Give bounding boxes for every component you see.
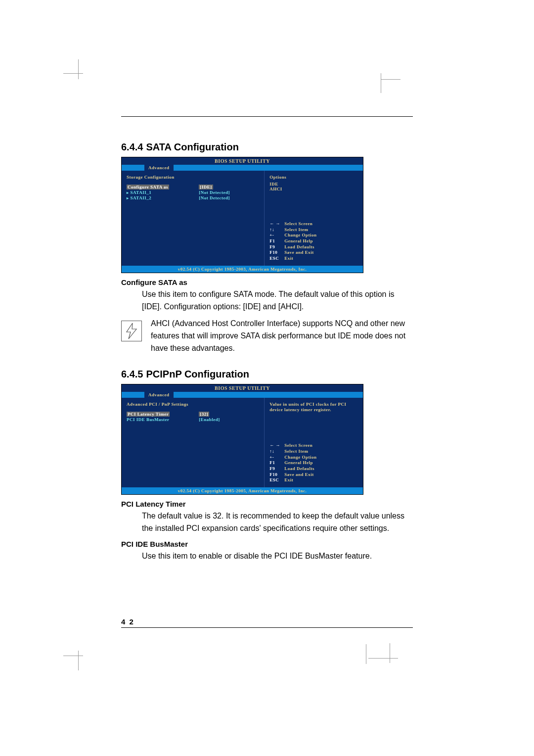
- row-value: [IDE]: [199, 185, 213, 189]
- help-desc: Select Screen: [284, 443, 358, 449]
- rule-bottom: [121, 627, 413, 628]
- row-value: [Not Detected]: [199, 190, 259, 195]
- heading-title: PCIPnP Configuration: [146, 369, 249, 379]
- help-desc: Exit: [284, 477, 358, 483]
- help-key: ESC: [269, 256, 284, 262]
- help-key: F9: [269, 244, 284, 250]
- bios-tabs: Advanced: [122, 392, 363, 398]
- bios-panel-title: Advanced PCI / PnP Settings: [127, 402, 259, 407]
- help-key: ESC: [269, 477, 284, 483]
- bios-footer: v02.54 (C) Copyright 1985-2003, American…: [122, 266, 363, 273]
- bios-row-busmaster: PCI IDE BusMaster [Enabled]: [127, 417, 259, 422]
- row-label: PCI IDE BusMaster: [127, 417, 199, 422]
- bios-row-sata2: SATAII_2 [Not Detected]: [127, 195, 259, 200]
- help-key: +-: [269, 455, 284, 461]
- help-desc: Select Item: [284, 227, 358, 233]
- heading-644: 6.4.4SATA Configuration: [121, 142, 413, 153]
- bios-row-configure-sata: Configure SATA as [IDE]: [127, 185, 259, 189]
- heading-number: 6.4.4: [121, 142, 143, 152]
- help-desc: Exit: [284, 256, 358, 262]
- lightning-icon: [121, 321, 142, 341]
- bios-screenshot-645: BIOS SETUP UTILITY Advanced Advanced PCI…: [121, 384, 363, 495]
- help-key: F1: [269, 238, 284, 244]
- help-key: F1: [269, 460, 284, 466]
- row-label: SATAII_2: [127, 195, 199, 200]
- bios-footer: v02.54 (C) Copyright 1985-2005, American…: [122, 487, 363, 494]
- bios-row-sata1: SATAII_1 [Not Detected]: [127, 190, 259, 195]
- heading-number: 6.4.5: [121, 369, 143, 379]
- row-value: [Not Detected]: [199, 195, 259, 200]
- help-desc: Save and Exit: [284, 250, 358, 256]
- subhead-busmaster: PCI IDE BusMaster: [121, 540, 413, 548]
- help-key: ← →: [269, 443, 284, 449]
- body-pci-latency: The default value is 32. It is recommend…: [142, 510, 413, 535]
- svg-marker-0: [127, 323, 136, 339]
- page-number: 4 2: [121, 617, 134, 626]
- bios-screenshot-644: BIOS SETUP UTILITY Advanced Storage Conf…: [121, 157, 363, 273]
- heading-645: 6.4.5PCIPnP Configuration: [121, 369, 413, 380]
- help-desc: Change Option: [284, 233, 358, 238]
- bios-title: BIOS SETUP UTILITY: [122, 384, 363, 392]
- page-footer: 4 2: [121, 617, 413, 628]
- note-text: AHCI (Advanced Host Controller Interface…: [151, 318, 413, 354]
- bios-left-panel: Advanced PCI / PnP Settings PCI Latency …: [122, 398, 265, 487]
- bios-right-panel: Value in units of PCI clocks for PCI dev…: [265, 398, 363, 487]
- row-label: SATAII_1: [127, 190, 199, 195]
- help-desc: Select Screen: [284, 221, 358, 227]
- bios-right-help-text: Value in units of PCI clocks for PCI dev…: [269, 402, 358, 413]
- help-desc: Load Defaults: [284, 244, 358, 250]
- help-key: ↑↓: [269, 227, 284, 233]
- row-label: PCI Latency Timer: [127, 412, 170, 417]
- help-key: F10: [269, 472, 284, 478]
- row-value: [Enabled]: [199, 417, 259, 422]
- option-ahci: AHCI: [269, 187, 358, 191]
- subhead-configure-sata: Configure SATA as: [121, 278, 413, 286]
- subhead-pci-latency: PCI Latency Timer: [121, 500, 413, 508]
- row-value: [32]: [199, 412, 209, 417]
- help-key: ← →: [269, 221, 284, 227]
- help-desc: General Help: [284, 238, 358, 244]
- row-label: Configure SATA as: [127, 185, 169, 189]
- note-row: AHCI (Advanced Host Controller Interface…: [121, 318, 413, 354]
- help-key: +-: [269, 233, 284, 238]
- bios-tab-advanced: Advanced: [144, 165, 174, 171]
- bios-help-keys: ← →Select Screen ↑↓Select Item +-Change …: [269, 221, 358, 262]
- heading-title: SATA Configuration: [146, 142, 238, 152]
- help-desc: General Help: [284, 460, 358, 466]
- bios-help-keys: ← →Select Screen ↑↓Select Item +-Change …: [269, 443, 358, 483]
- body-configure-sata: Use this item to configure SATA mode. Th…: [142, 288, 413, 313]
- bios-title: BIOS SETUP UTILITY: [122, 157, 363, 165]
- bios-tabs: Advanced: [122, 165, 363, 171]
- bios-tab-advanced: Advanced: [144, 392, 174, 398]
- rule-top: [121, 116, 413, 117]
- options-title: Options: [269, 175, 358, 180]
- help-key: F10: [269, 250, 284, 256]
- bios-row-pci-latency: PCI Latency Timer [32]: [127, 412, 259, 417]
- body-busmaster: Use this item to enable or disable the P…: [142, 550, 413, 563]
- bios-panel-title: Storage Configuration: [127, 175, 259, 180]
- bios-right-panel: Options IDE AHCI ← →Select Screen ↑↓Sele…: [265, 171, 363, 266]
- page-content: 6.4.4SATA Configuration BIOS SETUP UTILI…: [121, 116, 413, 567]
- help-desc: Change Option: [284, 455, 358, 461]
- help-desc: Save and Exit: [284, 472, 358, 478]
- help-desc: Load Defaults: [284, 466, 358, 472]
- help-key: ↑↓: [269, 449, 284, 455]
- help-desc: Select Item: [284, 449, 358, 455]
- help-key: F9: [269, 466, 284, 472]
- bios-left-panel: Storage Configuration Configure SATA as …: [122, 171, 265, 266]
- option-ide: IDE: [269, 182, 358, 187]
